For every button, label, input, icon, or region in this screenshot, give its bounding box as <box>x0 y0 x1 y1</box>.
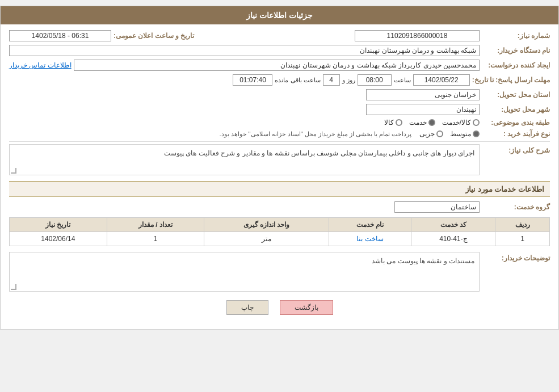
print-button[interactable]: چاپ <box>226 300 268 315</box>
radio-kala[interactable]: کالا <box>384 119 402 127</box>
days-label: روز و <box>342 77 355 84</box>
buyer-org-label: نام دستگاه خریدار: <box>482 47 550 54</box>
cell-unit: متر <box>204 232 329 246</box>
need-desc-box: اجرای دیوار های جانبی و داخلی بیمارستان … <box>9 144 480 175</box>
radio-jozvi-label: جزیی <box>419 130 435 138</box>
city-value: نهبندان <box>366 104 480 115</box>
service-group-label: گروه خدمت: <box>482 203 550 211</box>
col-row: ردیف <box>495 218 550 232</box>
radio-khadamat-label: خدمت <box>409 119 427 127</box>
bottom-buttons: بازگشت چاپ <box>9 300 550 315</box>
buyer-notes-value: مستندات و نقشه ها پیوست می باشد <box>372 257 474 265</box>
radio-khadamat[interactable]: خدمت <box>409 119 435 127</box>
deadline-days: 4 <box>323 74 340 86</box>
col-qty: تعداد / مقدار <box>107 218 204 232</box>
purchase-type-radio-group: متوسط جزیی <box>419 130 480 138</box>
deadline-time: 08:00 <box>358 74 392 86</box>
need-desc-row: شرح کلی نیاز: اجرای دیوار های جانبی و دا… <box>9 144 550 175</box>
need-desc-label: شرح کلی نیاز: <box>482 146 550 154</box>
cell-row: 1 <box>495 232 550 246</box>
cell-date: 1402/06/14 <box>10 232 107 246</box>
radio-kala-label: کالا <box>384 119 394 127</box>
time-label: ساعت <box>394 77 411 84</box>
buyer-notes-box: مستندات و نقشه ها پیوست می باشد <box>9 252 480 292</box>
col-code: کد خدمت <box>411 218 495 232</box>
radio-kala-khadamat[interactable]: کالا/خدمت <box>442 119 480 127</box>
need-desc-value: اجرای دیوار های جانبی و داخلی بیمارستان … <box>164 149 474 157</box>
radio-khadamat-circle <box>428 119 435 126</box>
category-row: طبقه بندی موضوعی: کالا/خدمت خدمت کالا <box>9 119 550 127</box>
radio-motavasset[interactable]: متوسط <box>450 130 480 138</box>
cell-qty: 1 <box>107 232 204 246</box>
services-table: ردیف کد خدمت نام خدمت واحد اندازه گیری ت… <box>9 217 550 246</box>
radio-kala-khadamat-circle <box>473 119 480 126</box>
resize-handle[interactable] <box>11 168 16 174</box>
deadline-row: مهلت ارسال پاسخ: تا تاریخ: 1402/05/22 سا… <box>9 74 550 86</box>
cell-name[interactable]: ساخت بنا <box>329 232 411 246</box>
services-section-title: اطلاعات خدمات مورد نیاز <box>9 181 550 197</box>
buyer-notes-row: توضیحات خریدار: مستندات و نقشه ها پیوست … <box>9 252 550 292</box>
radio-motavasset-label: متوسط <box>450 130 471 138</box>
page-header: جزئیات اطلاعات نیاز <box>1 6 558 24</box>
divider1 <box>9 141 550 142</box>
province-label: استان محل تحویل: <box>482 91 550 99</box>
deadline-date: 1402/05/22 <box>413 74 470 86</box>
need-number-value: 1102091866000018 <box>355 30 480 41</box>
service-group-row: گروه خدمت: ساختمان <box>9 201 550 213</box>
back-button[interactable]: بازگشت <box>280 300 333 315</box>
category-radio-group: کالا/خدمت خدمت کالا <box>384 119 480 127</box>
province-row: استان محل تحویل: خراسان جنوبی <box>9 89 550 100</box>
page-title: جزئیات اطلاعات نیاز <box>246 11 313 20</box>
purchase-type-row: نوع فرآیند خرید : متوسط جزیی پرداخت تمام… <box>9 130 550 138</box>
need-number-label: شماره نیاز: <box>482 32 550 40</box>
deadline-hours: 01:07:40 <box>233 74 272 86</box>
table-row: 1 ج-41-410 ساخت بنا متر 1 1402/06/14 <box>10 232 550 246</box>
city-label: شهر محل تحویل: <box>482 106 550 113</box>
creator-label: ایجاد کننده درخواست: <box>482 61 550 69</box>
notes-resize-handle[interactable] <box>11 284 16 290</box>
contact-link[interactable]: اطلاعات تماس خریدار <box>9 61 72 69</box>
col-name: نام خدمت <box>329 218 411 232</box>
buyer-notes-label: توضیحات خریدار: <box>482 254 550 262</box>
creator-row: ایجاد کننده درخواست: محمدحسین حیدری کارب… <box>9 60 550 71</box>
main-content: شماره نیاز: 1102091866000018 تاریخ و ساع… <box>1 24 558 329</box>
service-group-value: ساختمان <box>394 201 480 213</box>
buyer-org-value: شبکه بهداشت و درمان شهرستان نهبندان <box>9 45 480 56</box>
cell-code: ج-41-410 <box>411 232 495 246</box>
purchase-type-label: نوع فرآیند خرید : <box>482 130 550 138</box>
col-date: تاریخ نیاز <box>10 218 107 232</box>
radio-jozvi-circle <box>436 130 443 137</box>
radio-motavasset-circle <box>473 130 480 137</box>
radio-jozvi[interactable]: جزیی <box>419 130 443 138</box>
hours-label: ساعت باقی مانده <box>275 77 320 84</box>
need-number-row: شماره نیاز: 1102091866000018 تاریخ و ساع… <box>9 30 550 41</box>
deadline-label: مهلت ارسال پاسخ: تا تاریخ: <box>472 76 550 84</box>
table-header-row: ردیف کد خدمت نام خدمت واحد اندازه گیری ت… <box>10 218 550 232</box>
creator-value: محمدحسین حیدری کاربرداز شبکه بهداشت و در… <box>74 60 480 71</box>
province-value: خراسان جنوبی <box>366 89 480 100</box>
col-unit: واحد اندازه گیری <box>204 218 329 232</box>
announce-label: تاریخ و ساعت اعلان عمومی: <box>114 32 194 40</box>
radio-kala-khadamat-label: کالا/خدمت <box>442 119 471 127</box>
radio-kala-circle <box>396 119 402 126</box>
buyer-org-row: نام دستگاه خریدار: شبکه بهداشت و درمان ش… <box>9 45 550 56</box>
purchase-note: پرداخت تمام یا بخشی از مبلغ خریداز محل "… <box>219 130 411 138</box>
city-row: شهر محل تحویل: نهبندان <box>9 104 550 115</box>
category-label: طبقه بندی موضوعی: <box>482 119 550 127</box>
page-wrapper: جزئیات اطلاعات نیاز شماره نیاز: 11020918… <box>0 6 559 330</box>
announce-value: 1402/05/18 - 06:31 <box>9 30 111 41</box>
